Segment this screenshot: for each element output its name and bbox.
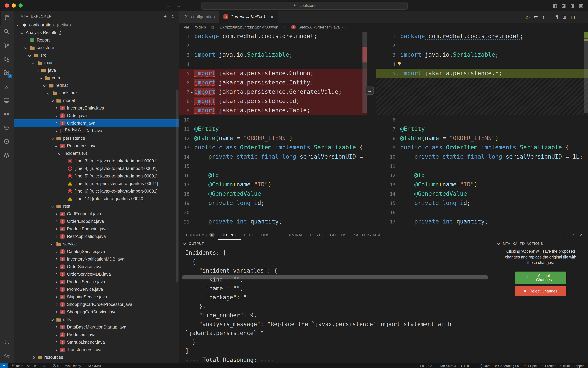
breadcrumb-item[interactable]: T	[284, 25, 286, 29]
panel-tab-terminal[interactable]: TERMINAL	[281, 230, 307, 239]
tree-item[interactable]: JOrderItem.java	[14, 120, 179, 127]
run-java-icon[interactable]: ▷	[526, 14, 530, 19]
warnings[interactable]: ⚠1	[43, 364, 49, 368]
activity-testing-icon[interactable]	[0, 80, 13, 93]
tree-item[interactable]: JOrderService.java	[14, 263, 179, 270]
activity-remote-explorer-icon[interactable]	[0, 93, 13, 107]
tree-item[interactable]: JDataBaseMigrationStartup.java	[14, 323, 179, 331]
panel-tab-kaifix-by-mta[interactable]: KAIFIX BY MTA	[350, 230, 384, 239]
remote-indicator-icon[interactable]: ><	[0, 363, 8, 368]
word-wrap-icon[interactable]: ⊞	[563, 14, 566, 19]
minimize-window-button[interactable]	[12, 3, 16, 8]
kai-fix-actions-header[interactable]: MTA: KAI FIX ACTIONS	[493, 239, 588, 247]
tree-item[interactable]: src	[14, 52, 179, 59]
tree-item[interactable]: JOrderEndpoint.java	[14, 218, 179, 225]
panel-tab-debug-console[interactable]: DEBUG CONSOLE	[240, 230, 281, 239]
java-status[interactable]: Java: Ready	[63, 364, 81, 368]
spell-checker[interactable]: ⚠1 Spell	[523, 364, 537, 368]
reject-changes-button[interactable]: × Reject Changes	[515, 286, 566, 296]
compare-swap-icon[interactable]: ⇄	[534, 14, 538, 19]
close-window-button[interactable]	[5, 3, 9, 8]
breadcrumb-item[interactable]: l1	[211, 25, 214, 29]
sync-changes[interactable]: ↻	[27, 364, 30, 368]
panel-tab-gitlens[interactable]: GITLENS	[327, 230, 350, 239]
tree-item[interactable]: Incidents (6)	[14, 150, 179, 157]
git-branch[interactable]: main	[11, 363, 23, 368]
add-configuration-icon[interactable]: +	[164, 14, 167, 19]
tree-item[interactable]: [line: 4] [rule: javax-to-jakarta-import…	[14, 165, 179, 172]
go-forward-icon[interactable]: →	[176, 3, 181, 9]
errors[interactable]: ⊗5	[34, 364, 39, 368]
tree-item[interactable]: [line: 5] [rule: javax-to-jakarta-import…	[14, 172, 179, 180]
tree-item[interactable]: rest	[14, 202, 179, 210]
tree-item[interactable]: JProductEndpoint.java	[14, 225, 179, 233]
activity-history-icon[interactable]	[0, 121, 13, 135]
breadcrumb-item[interactable]: 1b7gzz8n02b5nrtdq51bnj4r0000gn	[220, 25, 278, 29]
more-actions-icon[interactable]: ⋯	[579, 14, 584, 19]
tree-item[interactable]: JCatalogService.java	[14, 248, 179, 255]
previous-change-icon[interactable]: ↑	[542, 14, 545, 19]
tree-item[interactable]: JInventoryEntity.java	[14, 104, 179, 112]
accept-changes-button[interactable]: ✓ Accept Changes	[515, 272, 566, 284]
cursor-position[interactable]: Ln 5, Col 1	[420, 364, 436, 368]
panel-tab-problems[interactable]: PROBLEMS8	[183, 230, 218, 239]
tree-item[interactable]: main	[14, 59, 179, 67]
refresh-icon[interactable]: ↻	[171, 14, 175, 19]
apply-change-arrow-button[interactable]: →	[366, 86, 374, 95]
tab-current-kaifix-diff[interactable]: J Current ↔ KaiFix 1 ×	[219, 11, 278, 23]
output-horizontal-scrollbar[interactable]	[182, 275, 488, 279]
kai-status[interactable]: ↻Generating Fix	[494, 364, 520, 368]
lightbulb-icon[interactable]	[397, 61, 402, 67]
go-back-icon[interactable]: ←	[165, 3, 171, 9]
infos[interactable]: ⓘ0	[53, 363, 59, 368]
tree-item[interactable]: JCartEndpoint.java	[14, 210, 179, 218]
tree-item[interactable]: Report	[14, 37, 179, 44]
breadcrumb-item[interactable]: var	[184, 25, 189, 29]
tree-item[interactable]: Analysis Results ()	[14, 29, 179, 37]
tree-item[interactable]: java	[14, 67, 179, 74]
activity-account-icon[interactable]	[0, 335, 14, 349]
toggle-primary-sidebar-icon[interactable]: ◧	[553, 3, 557, 8]
tree-item[interactable]: JResources.java	[14, 142, 179, 150]
tree-item[interactable]: redhat	[14, 82, 179, 89]
activity-settings-icon[interactable]	[0, 349, 14, 362]
activity-source-control-icon[interactable]	[0, 38, 13, 52]
command-center-search[interactable]: coolstore	[201, 1, 408, 9]
activity-run-debug-icon[interactable]	[0, 52, 13, 66]
vim-mode[interactable]: -- NORMAL --	[85, 364, 105, 368]
toggle-panel-icon[interactable]: ◪	[561, 3, 566, 8]
tree-item[interactable]: JInventoryNotificationMDB.java	[14, 255, 179, 263]
breadcrumb-item[interactable]: Kai-fix-All-OrderItem.java	[297, 25, 340, 29]
maximize-window-button[interactable]	[18, 3, 23, 8]
tree-item[interactable]: JShippingService.java	[14, 293, 179, 301]
panel-tab-ports[interactable]: PORTS	[307, 230, 327, 239]
next-change-icon[interactable]: ↓	[549, 14, 551, 19]
tree-item[interactable]: JStartupListener.java	[14, 339, 179, 346]
activity-explorer-icon[interactable]	[0, 11, 14, 25]
activity-search-icon[interactable]	[0, 25, 13, 38]
activity-extensions-icon[interactable]: 6	[0, 66, 13, 80]
tree-item[interactable]: coolstore	[14, 89, 179, 97]
breadcrumb-item[interactable]: …	[345, 25, 349, 29]
encoding[interactable]: UTF-8	[460, 364, 469, 368]
activity-target-icon[interactable]	[0, 135, 13, 148]
more-actions-icon[interactable]: ⋯	[563, 232, 567, 237]
split-editor-icon[interactable]: ◫	[571, 14, 575, 19]
left-scrollbar[interactable]	[362, 32, 367, 113]
breadcrumb-item[interactable]: folders	[195, 25, 206, 29]
prettier[interactable]: ✓Prettier	[541, 364, 556, 368]
tree-item[interactable]: JProducers.java	[14, 331, 179, 339]
tree-item[interactable]: service	[14, 240, 179, 248]
tree-item[interactable]: [line: 6] [rule: javax-to-jakarta-import…	[14, 187, 179, 195]
tree-item[interactable]: [line: 14] [rule: cdi-to-quarkus-00040]	[14, 195, 179, 202]
tree-item[interactable]: JShoppingCartOrderProcessor.java	[14, 301, 179, 308]
trunk[interactable]: ×Trunk: Stopped	[559, 364, 585, 368]
customize-layout-icon[interactable]: ▣	[579, 3, 583, 8]
maximize-panel-icon[interactable]: ∧	[572, 232, 575, 237]
output-section-header[interactable]: OUTPUT	[179, 239, 493, 247]
activity-mta-icon[interactable]	[0, 107, 13, 121]
toggle-secondary-sidebar-icon[interactable]: ◨	[570, 3, 575, 8]
sidebar-scrollbar[interactable]	[176, 90, 178, 282]
tree-item[interactable]: JOrderServiceMDB.java	[14, 270, 179, 278]
tree-item[interactable]: JRestApplication.java	[14, 233, 179, 240]
